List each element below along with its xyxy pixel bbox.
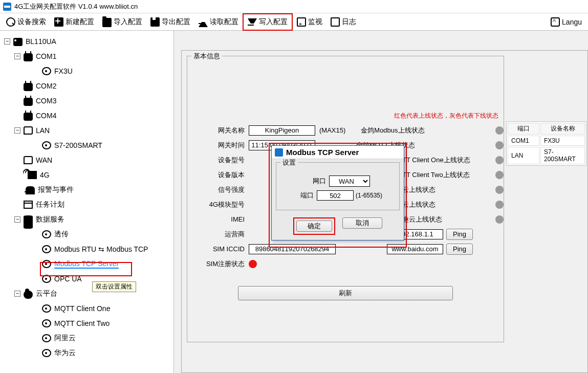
toolbar-log[interactable]: 日志 <box>326 13 360 31</box>
ping-ip-button[interactable]: Ping <box>446 229 473 240</box>
status6-label: 云上线状态 <box>402 200 435 209</box>
device-icon <box>42 349 51 357</box>
status5-dot <box>495 186 504 194</box>
tree-4g[interactable]: 4G <box>0 167 173 182</box>
port-input[interactable] <box>317 190 354 201</box>
tree-mqtt2[interactable]: MQTT Client Two <box>0 316 173 331</box>
tree-ali-label: 阿里云 <box>54 334 76 343</box>
lang-icon <box>551 17 560 27</box>
cell-port: COM1 <box>508 136 539 146</box>
device-icon <box>42 245 51 253</box>
device-icon <box>42 275 51 283</box>
table-row[interactable]: COM1FX3U <box>508 136 585 146</box>
tree-mqtt1-label: MQTT Client One <box>54 304 110 313</box>
tree-lan[interactable]: −LAN <box>0 123 173 138</box>
tree-task[interactable]: 任务计划 <box>0 197 173 212</box>
toolbar-monitor-label: 监视 <box>308 17 322 27</box>
mod4g-label: 4G模块型号 <box>187 200 249 209</box>
status-hint: 红色代表上线状态，灰色代表下线状态 <box>394 112 498 120</box>
tree-huawei[interactable]: 华为云 <box>0 345 173 360</box>
tree-task-label: 任务计划 <box>36 200 64 209</box>
tree-opcua-label: OPC UA <box>54 275 82 283</box>
cancel-button[interactable]: 取消 <box>342 217 382 229</box>
device-icon <box>42 67 51 75</box>
tree-com2[interactable]: COM2 <box>0 78 173 93</box>
status5-label: 云上线状态 <box>402 185 435 194</box>
highlight-ok: 确定 <box>293 217 335 235</box>
device-icon <box>42 304 51 313</box>
tree-s7[interactable]: S7-200SMART <box>0 138 173 152</box>
tree-alarm-label: 报警与事件 <box>38 185 74 194</box>
device-icon <box>42 141 51 149</box>
dialog-legend: 设置 <box>280 158 298 167</box>
expander-icon[interactable]: − <box>14 291 20 297</box>
calendar-icon <box>24 201 33 209</box>
toolbar-new[interactable]: 新建配置 <box>50 13 98 31</box>
tree-passthrough[interactable]: 透传 <box>0 227 173 242</box>
expander-icon[interactable]: − <box>14 53 20 59</box>
expander-icon[interactable]: − <box>14 216 20 223</box>
toolbar-monitor[interactable]: 监视 <box>293 13 326 31</box>
tree-com4[interactable]: COM4 <box>0 108 173 123</box>
tree-alarm[interactable]: 报警与事件 <box>0 182 173 197</box>
tree-modbus-tcp-server[interactable]: Modbus TCP Server <box>0 256 173 271</box>
dialog-title[interactable]: Modbus TCP Server <box>272 146 404 159</box>
device-tree[interactable]: −BL110UA −COM1 FX3U COM2 COM3 COM4 −LAN … <box>0 31 174 373</box>
tree-mrtu-label: Modbus RTU ⇆ Modbus TCP <box>54 245 148 253</box>
status7-label: 趣云上线状态 <box>402 215 442 224</box>
iccid-label: SIM ICCID <box>187 245 249 253</box>
ping-url-button[interactable]: Ping <box>446 244 473 255</box>
th-port: 端口 <box>508 123 539 135</box>
toolbar-import[interactable]: 导入配置 <box>98 13 146 31</box>
toolbar-write[interactable]: 写入配置 <box>244 13 292 31</box>
tree-wan[interactable]: WAN <box>0 152 173 167</box>
device-table[interactable]: 端口设备名称 COM1FX3U LANS7-200SMART <box>506 121 586 166</box>
tree-root[interactable]: −BL110UA <box>0 34 173 49</box>
toolbar-read[interactable]: 读取配置 <box>194 13 243 31</box>
tree-fx3u[interactable]: FX3U <box>0 63 173 78</box>
toolbar-write-label: 写入配置 <box>259 17 288 27</box>
tree-cloud[interactable]: −云平台 <box>0 286 173 301</box>
database-icon <box>24 215 33 224</box>
iccid-input[interactable] <box>249 244 336 254</box>
device-icon <box>42 334 51 342</box>
signal-label: 信号强度 <box>187 185 249 194</box>
status4-label: TT Client Two上线状态 <box>402 170 470 180</box>
status1-dot <box>495 126 504 135</box>
app-icon <box>3 3 11 11</box>
gwname-input[interactable] <box>249 125 315 136</box>
imei-label: IMEI <box>187 215 249 223</box>
tree-s7-label: S7-200SMART <box>54 141 102 149</box>
carrier-label: 运营商 <box>187 230 249 239</box>
ok-button[interactable]: 确定 <box>296 221 332 232</box>
port-range: (1-65535) <box>356 192 382 199</box>
toolbar-search[interactable]: 设备搜索 <box>2 13 50 31</box>
tree-com1[interactable]: −COM1 <box>0 49 173 63</box>
expander-icon[interactable]: − <box>4 38 10 45</box>
devtype-label: 设备型号 <box>187 156 249 165</box>
search-icon <box>6 17 15 27</box>
bell-icon <box>26 186 35 194</box>
basic-legend: 基本信息 <box>191 52 222 61</box>
log-icon <box>331 17 340 27</box>
tree-com3[interactable]: COM3 <box>0 93 173 108</box>
tree-modbus-rtu-tcp[interactable]: Modbus RTU ⇆ Modbus TCP <box>0 242 173 256</box>
tree-mqtt1[interactable]: MQTT Client One <box>0 301 173 316</box>
toolbar-export[interactable]: 导出配置 <box>146 13 194 31</box>
tree-data-service[interactable]: −数据服务 <box>0 212 173 227</box>
cell-port: LAN <box>508 147 539 164</box>
table-row[interactable]: LANS7-200SMART <box>508 147 585 164</box>
lan-icon <box>24 126 33 135</box>
netport-select[interactable]: WAN <box>329 175 370 187</box>
content-area: 基本信息 红色代表上线状态，灰色代表下线状态 网关名称 (MAX15) 金鸽Mo… <box>174 31 588 373</box>
toolbar-lang[interactable]: Langu <box>547 13 586 31</box>
tree-aliyun[interactable]: 阿里云 <box>0 331 173 345</box>
expander-icon[interactable]: − <box>14 127 20 134</box>
toolbar-export-label: 导出配置 <box>162 17 190 27</box>
tree-opcua[interactable]: OPC UA <box>0 271 173 286</box>
status3-dot <box>495 156 504 164</box>
devver-label: 设备版本 <box>187 170 249 180</box>
refresh-button[interactable]: 刷新 <box>238 286 453 300</box>
url-input[interactable] <box>387 244 443 254</box>
download-icon <box>248 18 257 28</box>
